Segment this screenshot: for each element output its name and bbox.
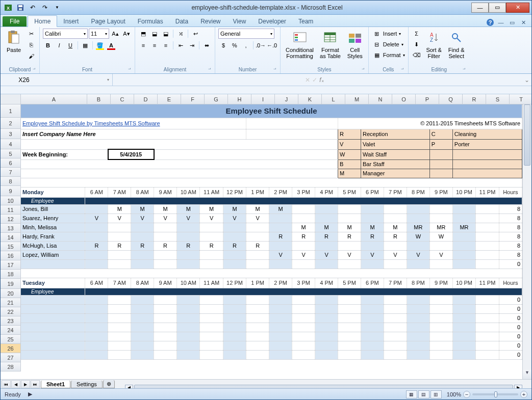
shift-cell[interactable] [476, 250, 499, 259]
shift-cell[interactable] [85, 323, 108, 332]
shift-cell[interactable] [292, 313, 315, 323]
shift-cell[interactable] [246, 350, 269, 359]
shift-cell[interactable] [452, 304, 475, 313]
shift-cell[interactable]: R [108, 241, 131, 250]
shift-cell[interactable]: V [85, 214, 108, 223]
row-header-12[interactable]: 12 [1, 215, 21, 224]
column-header-H[interactable]: H [228, 94, 251, 104]
cell[interactable] [21, 139, 338, 149]
align-center-icon[interactable]: ≡ [149, 40, 160, 50]
shift-cell[interactable] [315, 204, 338, 214]
shift-cell[interactable] [476, 259, 499, 269]
shift-cell[interactable] [223, 304, 246, 313]
shift-cell[interactable] [246, 259, 269, 269]
tab-view[interactable]: View [227, 16, 252, 26]
shift-cell[interactable] [131, 323, 154, 332]
shift-cell[interactable] [452, 332, 475, 341]
shift-cell[interactable] [384, 350, 407, 359]
cell[interactable] [21, 159, 338, 169]
shift-cell[interactable] [269, 332, 292, 341]
paste-button[interactable]: Paste [4, 29, 24, 54]
hscroll-thumb[interactable] [134, 385, 513, 389]
shift-cell[interactable] [223, 313, 246, 323]
shift-cell[interactable] [108, 232, 131, 241]
column-header-N[interactable]: N [369, 94, 392, 104]
shift-cell[interactable] [384, 313, 407, 323]
company-name-cell[interactable]: Insert Company Name Here [21, 129, 246, 139]
shift-cell[interactable] [407, 304, 429, 313]
shift-cell[interactable] [154, 350, 177, 359]
macro-record-icon[interactable]: ▶ [25, 389, 35, 399]
shift-cell[interactable] [108, 332, 131, 341]
shift-cell[interactable]: R [292, 232, 315, 241]
shift-cell[interactable]: M [292, 223, 315, 232]
decrease-decimal-icon[interactable]: ←.0 [267, 40, 277, 50]
shift-cell[interactable] [407, 259, 429, 269]
shift-cell[interactable] [131, 259, 154, 269]
shift-cell[interactable] [131, 350, 154, 359]
fill-icon[interactable]: ⬇ [412, 39, 422, 49]
shift-cell[interactable] [429, 350, 452, 359]
shift-cell[interactable] [154, 313, 177, 323]
shift-cell[interactable] [315, 323, 338, 332]
shift-cell[interactable] [476, 341, 499, 350]
zoom-slider[interactable] [472, 393, 518, 395]
enter-formula-icon[interactable]: ✓ [312, 76, 317, 84]
increase-indent-icon[interactable]: ⇥ [187, 40, 197, 50]
shift-cell[interactable] [292, 214, 315, 223]
shift-cell[interactable] [200, 223, 223, 232]
shift-cell[interactable]: R [200, 241, 223, 250]
shift-cell[interactable] [177, 341, 200, 350]
shift-cell[interactable]: M [384, 223, 407, 232]
shift-cell[interactable] [223, 323, 246, 332]
column-header-P[interactable]: P [416, 94, 439, 104]
shift-cell[interactable]: V [131, 214, 154, 223]
prev-sheet-icon[interactable]: ◀ [11, 380, 20, 388]
shift-cell[interactable] [200, 350, 223, 359]
shift-cell[interactable] [361, 341, 384, 350]
shift-cell[interactable]: MR [452, 223, 475, 232]
shift-cell[interactable]: V [292, 250, 315, 259]
shift-cell[interactable] [131, 341, 154, 350]
row-header-15[interactable]: 15 [1, 242, 21, 251]
format-cells-button[interactable]: ▦Format▾ [372, 50, 405, 60]
shift-cell[interactable]: M [154, 204, 177, 214]
shift-cell[interactable] [476, 204, 499, 214]
shift-cell[interactable] [131, 295, 154, 304]
shift-cell[interactable] [223, 232, 246, 241]
shift-cell[interactable] [338, 332, 361, 341]
shift-cell[interactable] [177, 259, 200, 269]
undo-icon[interactable]: ↶ [27, 3, 38, 13]
shift-cell[interactable] [269, 241, 292, 250]
maximize-button[interactable]: ▭ [489, 3, 506, 13]
shift-cell[interactable] [200, 295, 223, 304]
column-header-F[interactable]: F [181, 94, 205, 104]
cell[interactable] [154, 149, 338, 159]
column-header-I[interactable]: I [251, 94, 275, 104]
shift-cell[interactable]: M [108, 204, 131, 214]
shift-cell[interactable] [476, 313, 499, 323]
shift-cell[interactable] [223, 332, 246, 341]
shift-cell[interactable] [108, 295, 131, 304]
italic-button[interactable]: I [54, 40, 64, 50]
shift-cell[interactable] [131, 232, 154, 241]
column-header-Q[interactable]: Q [439, 94, 463, 104]
new-sheet-icon[interactable]: ⊕ [103, 380, 115, 388]
shift-cell[interactable]: R [154, 241, 177, 250]
shift-cell[interactable] [338, 259, 361, 269]
row-header-18[interactable]: 18 [1, 270, 21, 279]
shift-cell[interactable] [384, 295, 407, 304]
shift-cell[interactable] [407, 341, 429, 350]
increase-decimal-icon[interactable]: .0→ [256, 40, 266, 50]
shift-cell[interactable] [246, 304, 269, 313]
shift-cell[interactable] [384, 304, 407, 313]
shift-cell[interactable] [131, 332, 154, 341]
shift-cell[interactable] [177, 332, 200, 341]
shift-cell[interactable] [315, 259, 338, 269]
shift-cell[interactable] [108, 223, 131, 232]
shift-cell[interactable] [315, 304, 338, 313]
shift-cell[interactable] [476, 332, 499, 341]
shift-cell[interactable] [292, 241, 315, 250]
cell-styles-button[interactable]: Cell Styles [345, 29, 365, 60]
fill-color-icon[interactable]: 🪣 [95, 40, 105, 50]
